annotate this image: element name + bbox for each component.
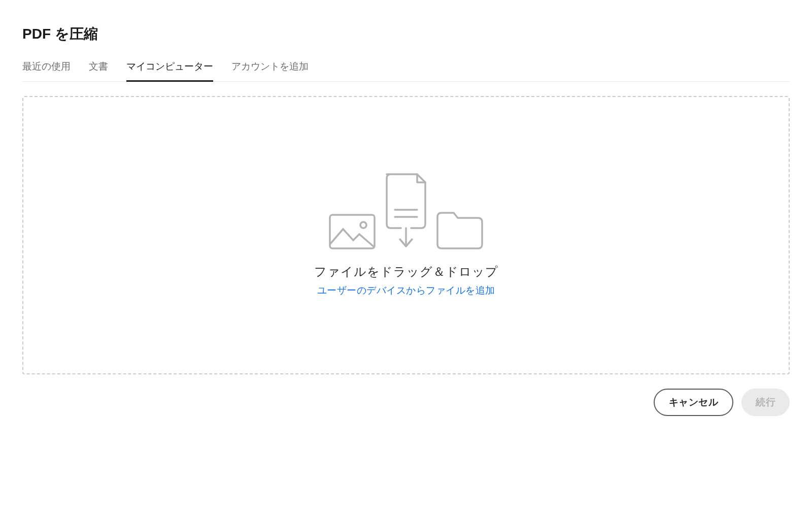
file-dropzone[interactable]: ファイルをドラッグ＆ドロップ ユーザーのデバイスからファイルを追加 (22, 96, 790, 374)
tab-my-computer[interactable]: マイコンピューター (126, 60, 213, 82)
image-icon (329, 214, 376, 251)
tab-documents[interactable]: 文書 (89, 60, 108, 82)
tab-add-account[interactable]: アカウントを追加 (231, 60, 309, 82)
dropzone-icon-group (329, 173, 483, 251)
footer: キャンセル 続行 (0, 374, 812, 416)
add-file-link[interactable]: ユーザーのデバイスからファイルを追加 (317, 284, 495, 297)
tabs-container: 最近の使用 文書 マイコンピューター アカウントを追加 (22, 60, 790, 82)
folder-icon (436, 212, 483, 251)
page-title: PDF を圧縮 (22, 24, 790, 44)
svg-rect-0 (330, 215, 375, 248)
document-download-icon (382, 173, 430, 251)
tab-recent[interactable]: 最近の使用 (22, 60, 71, 82)
dropzone-heading: ファイルをドラッグ＆ドロップ (314, 264, 498, 280)
continue-button: 続行 (741, 389, 790, 416)
cancel-button[interactable]: キャンセル (654, 389, 734, 416)
svg-point-1 (360, 222, 366, 228)
